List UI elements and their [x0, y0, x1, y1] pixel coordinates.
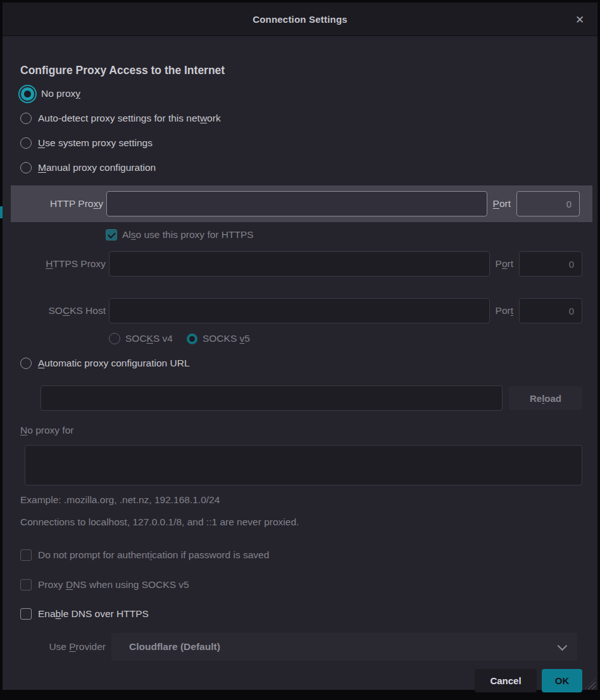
- also-https-checkbox[interactable]: [106, 229, 117, 241]
- cancel-button[interactable]: Cancel: [475, 669, 537, 692]
- proxy-dns-checkbox[interactable]: [20, 579, 32, 591]
- http-proxy-row-highlighted: HTTP Proxy Port: [11, 185, 592, 222]
- radio-row-autodetect[interactable]: Auto-detect proxy settings for this netw…: [20, 109, 582, 128]
- provider-select[interactable]: Cloudflare (Default): [111, 633, 577, 661]
- socks-host-input[interactable]: [109, 298, 490, 323]
- radio-autodetect[interactable]: [20, 113, 32, 124]
- https-proxy-input[interactable]: [109, 251, 490, 277]
- also-https-label: Also use this proxy for HTTPS: [122, 229, 254, 241]
- chevron-down-icon: [558, 641, 568, 651]
- radio-system-proxy[interactable]: [20, 137, 32, 149]
- doh-provider-row: Use Provider Cloudflare (Default): [20, 633, 577, 661]
- radio-auto-url[interactable]: [20, 358, 32, 369]
- no-auth-prompt-label: Do not prompt for authentication if pass…: [38, 549, 269, 561]
- dialog-content: Configure Proxy Access to the Internet N…: [3, 36, 597, 692]
- no-proxy-for-textarea[interactable]: [25, 445, 582, 485]
- auto-url-row: Reload: [20, 385, 582, 411]
- no-proxy-for-label: No proxy for: [20, 425, 582, 439]
- http-proxy-input[interactable]: [106, 191, 487, 216]
- auto-url-input[interactable]: [41, 385, 503, 411]
- ok-button[interactable]: OK: [542, 669, 582, 692]
- radio-socks-v4-label: SOCKS v4: [125, 333, 173, 344]
- radio-row-auto-url[interactable]: Automatic proxy configuration URL: [20, 354, 582, 373]
- socks-version-row: SOCKS v4 SOCKS v5: [109, 331, 582, 346]
- https-port-label: Port: [496, 258, 513, 270]
- https-proxy-row: HTTPS Proxy Port: [20, 251, 582, 277]
- radio-manual-proxy-label: Manual proxy configuration: [38, 162, 156, 173]
- radio-socks-v5-label: SOCKS v5: [203, 333, 250, 344]
- http-port-label: Port: [493, 198, 511, 209]
- left-edge-marker: [0, 206, 3, 218]
- connection-settings-dialog: Connection Settings ✕ Configure Proxy Ac…: [3, 3, 597, 690]
- localhost-note-text: Connections to localhost, 127.0.0.1/8, a…: [20, 516, 582, 529]
- close-icon: ✕: [575, 13, 584, 27]
- close-button[interactable]: ✕: [571, 11, 589, 28]
- socks-port-input[interactable]: [519, 298, 582, 323]
- provider-label: Use Provider: [20, 641, 106, 653]
- http-port-input[interactable]: [516, 191, 580, 216]
- dns-over-https-label: Enable DNS over HTTPS: [38, 608, 149, 620]
- provider-selected-value: Cloudflare (Default): [129, 641, 220, 653]
- dns-over-https-checkbox[interactable]: [20, 608, 32, 620]
- no-auth-prompt-row[interactable]: Do not prompt for authentication if pass…: [20, 548, 582, 562]
- radio-socks-v4[interactable]: [109, 333, 120, 344]
- http-proxy-label: HTTP Proxy: [18, 198, 103, 209]
- radio-auto-url-label: Automatic proxy configuration URL: [38, 358, 190, 369]
- radio-no-proxy-label: No proxy: [41, 88, 80, 99]
- dialog-button-row: Cancel OK: [20, 669, 582, 692]
- dialog-titlebar: Connection Settings ✕: [3, 3, 597, 36]
- socks-host-label: SOCKS Host: [20, 305, 106, 316]
- socks-port-label: Port: [496, 305, 513, 316]
- radio-no-proxy[interactable]: [21, 87, 34, 101]
- no-proxy-example-text: Example: .mozilla.org, .net.nz, 192.168.…: [20, 494, 582, 507]
- https-proxy-label: HTTPS Proxy: [20, 258, 106, 270]
- no-auth-prompt-checkbox[interactable]: [20, 549, 32, 561]
- socks-host-row: SOCKS Host Port: [20, 298, 582, 323]
- https-port-input[interactable]: [519, 251, 582, 277]
- radio-autodetect-label: Auto-detect proxy settings for this netw…: [38, 113, 221, 124]
- reload-button[interactable]: Reload: [509, 386, 582, 410]
- radio-row-system-proxy[interactable]: Use system proxy settings: [20, 134, 582, 153]
- radio-row-manual-proxy[interactable]: Manual proxy configuration: [20, 158, 582, 177]
- dialog-title: Connection Settings: [253, 14, 347, 25]
- page-title: Configure Proxy Access to the Internet: [20, 64, 582, 78]
- dns-over-https-row[interactable]: Enable DNS over HTTPS: [20, 607, 582, 621]
- also-https-row[interactable]: Also use this proxy for HTTPS: [106, 227, 582, 242]
- radio-row-no-proxy[interactable]: No proxy: [20, 84, 582, 103]
- proxy-dns-label: Proxy DNS when using SOCKS v5: [38, 579, 189, 591]
- proxy-dns-row[interactable]: Proxy DNS when using SOCKS v5: [20, 578, 582, 592]
- radio-socks-v5[interactable]: [187, 334, 197, 344]
- radio-system-proxy-label: Use system proxy settings: [38, 137, 153, 149]
- radio-manual-proxy[interactable]: [20, 162, 32, 173]
